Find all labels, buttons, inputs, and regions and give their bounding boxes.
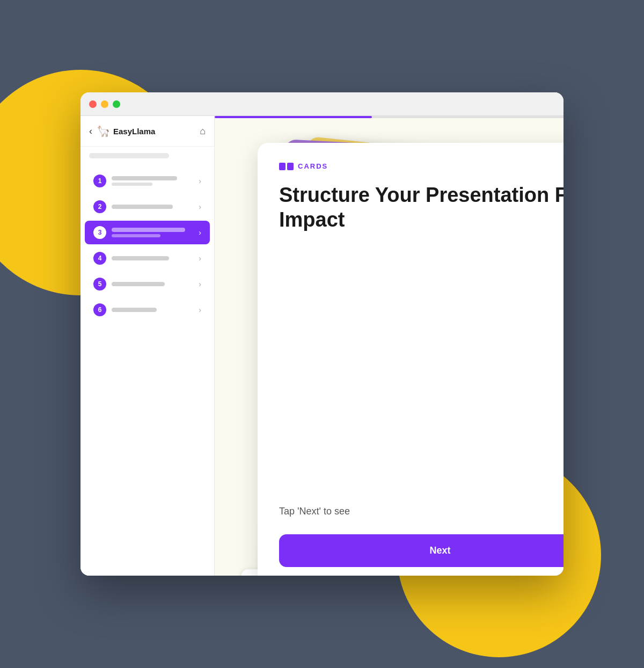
- card-subtitle: Tap 'Next' to see: [279, 506, 564, 517]
- main-content: CARDS Structure Your Presentation For Im…: [215, 116, 564, 576]
- minimize-button-icon[interactable]: [101, 100, 108, 108]
- sidebar-chevron-5: ›: [199, 280, 201, 288]
- browser-content: ‹ 🦙 EasyLlama ⌂ 1: [80, 116, 564, 576]
- sidebar-chevron-4: ›: [199, 254, 201, 263]
- card-label-row: CARDS: [279, 162, 564, 170]
- sidebar-item-content-4: [112, 256, 193, 260]
- sidebar-chevron-1: ›: [199, 177, 201, 185]
- sidebar-item-bar-3: [112, 228, 185, 232]
- cards-icon: [279, 163, 294, 170]
- sidebar-item-content-1: [112, 176, 193, 186]
- logo-icon: 🦙: [97, 125, 110, 137]
- sidebar-item-content-3: [112, 228, 193, 237]
- sidebar-item-number-6: 6: [93, 303, 106, 316]
- sidebar-item-number-1: 1: [93, 175, 106, 187]
- sidebar-header: ‹ 🦙 EasyLlama ⌂: [80, 116, 214, 147]
- logo-area: 🦙 EasyLlama: [97, 125, 155, 137]
- sidebar-nav-left: ‹ 🦙 EasyLlama: [89, 125, 155, 137]
- back-button[interactable]: ‹: [89, 126, 92, 137]
- sidebar-item-5[interactable]: 5 ›: [85, 272, 210, 296]
- next-button[interactable]: Next: [279, 534, 564, 567]
- sidebar-item-content-2: [112, 205, 193, 209]
- progress-bar-container: [215, 116, 564, 118]
- card-label-text: CARDS: [298, 162, 328, 170]
- sidebar-item-bar-6: [112, 308, 157, 312]
- sidebar-item-bar-4: [112, 256, 169, 260]
- card-title: Structure Your Presentation For Impact: [279, 183, 564, 495]
- browser-window: ‹ 🦙 EasyLlama ⌂ 1: [80, 92, 564, 576]
- sidebar-item-number-4: 4: [93, 252, 106, 265]
- sidebar-item-number-3: 3: [93, 226, 106, 239]
- sidebar-items: 1 › 2 › 3: [80, 165, 214, 326]
- close-button-icon[interactable]: [89, 100, 97, 108]
- sidebar-search-bar: [89, 153, 169, 158]
- sidebar-item-2[interactable]: 2 ›: [85, 195, 210, 219]
- sidebar-item-3[interactable]: 3 ›: [85, 221, 210, 244]
- sidebar-item-4[interactable]: 4 ›: [85, 246, 210, 270]
- sidebar-item-bar-1: [112, 176, 177, 180]
- logo-text: EasyLlama: [113, 127, 155, 136]
- progress-bar-fill: [215, 116, 372, 118]
- flashcard-main: CARDS Structure Your Presentation For Im…: [258, 143, 564, 576]
- sidebar-item-number-2: 2: [93, 200, 106, 213]
- browser-titlebar: [80, 92, 564, 116]
- sidebar-item-number-5: 5: [93, 278, 106, 291]
- sidebar-item-content-6: [112, 308, 193, 312]
- sidebar-item-progress-3: [112, 234, 160, 237]
- card-stack-container: CARDS Structure Your Presentation For Im…: [241, 137, 564, 576]
- maximize-button-icon[interactable]: [113, 100, 120, 108]
- sidebar: ‹ 🦙 EasyLlama ⌂ 1: [80, 116, 215, 576]
- sidebar-item-bar-2: [112, 205, 173, 209]
- sidebar-chevron-3: ›: [199, 228, 201, 237]
- home-button[interactable]: ⌂: [200, 126, 206, 137]
- sidebar-item-1[interactable]: 1 ›: [85, 169, 210, 193]
- sidebar-item-bar-5: [112, 282, 165, 286]
- sidebar-item-bar-short-1: [112, 183, 152, 186]
- sidebar-chevron-2: ›: [199, 202, 201, 211]
- sidebar-item-content-5: [112, 282, 193, 286]
- sidebar-chevron-6: ›: [199, 306, 201, 314]
- sidebar-item-6[interactable]: 6 ›: [85, 298, 210, 322]
